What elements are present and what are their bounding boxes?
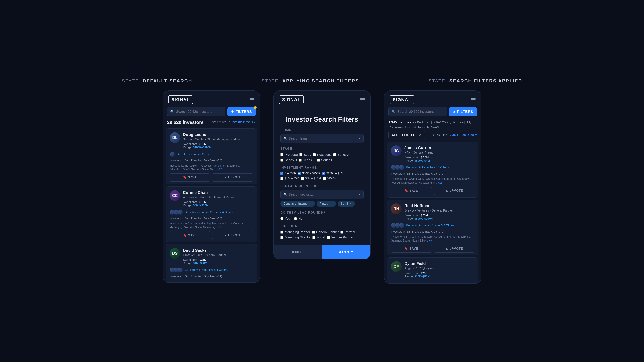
- apply-button[interactable]: APPLY: [322, 245, 370, 259]
- sector-tag-saas[interactable]: SaaS ✕: [338, 201, 355, 207]
- cancel-button[interactable]: CANCEL: [274, 245, 322, 259]
- filters-dot-1: [254, 106, 256, 109]
- position-managing-director[interactable]: Managing Director: [280, 236, 311, 239]
- screen-default-search: SIGNAL 🔍 ⚙ FILTERS 29,620 investors SORT…: [163, 90, 260, 283]
- stage-seriesc[interactable]: Series C: [298, 158, 315, 162]
- avatar-reid: RH: [391, 203, 402, 214]
- stage-seriesb[interactable]: Series B: [280, 158, 297, 162]
- save-button-reid[interactable]: 🔖 SAVE: [391, 245, 432, 253]
- sector-tag-consumer[interactable]: Consumer Internet ✕: [280, 201, 315, 207]
- stage-seriesd[interactable]: Series D: [317, 158, 334, 162]
- investor-card-3: DS David Sacks Craft Ventures · General …: [166, 244, 257, 283]
- avatar-doug: DL: [170, 132, 180, 143]
- screen-filters-applied: SIGNAL 🔍 ⚙ FILTERS 1,345 matches for 0–$…: [384, 90, 481, 284]
- intro-avatars-james: [391, 165, 404, 170]
- state-label-3: STATE: SEARCH FILTERS APPLIED: [428, 78, 522, 84]
- position-angel[interactable]: Angel: [312, 236, 325, 239]
- search-icon-1: 🔍: [170, 110, 174, 114]
- range-1m-5m[interactable]: $1M – $5M: [280, 177, 299, 180]
- remove-fintech-icon[interactable]: ✕: [331, 202, 333, 205]
- upvote-button-james[interactable]: ▲ UPVOTE: [434, 187, 474, 195]
- hamburger-menu-2[interactable]: [360, 98, 365, 101]
- investor-card-dylan: DF Dylan Field Angel · CEO @ Figma Sweet…: [387, 257, 478, 283]
- save-button-1[interactable]: 🔖 SAVE: [170, 173, 210, 182]
- save-button-2[interactable]: 🔖 SAVE: [170, 231, 210, 239]
- investment-range-options: 0 – $50K $50K – $250K $250K – $1M $1M – …: [280, 172, 364, 180]
- filter-icon-1: ⚙: [231, 110, 234, 114]
- position-checkboxes: Managing Partner General Partner Partner…: [280, 230, 364, 239]
- sectors-search-input[interactable]: [289, 193, 357, 196]
- hamburger-menu-1[interactable]: [250, 98, 254, 101]
- search-icon-firms: 🔍: [284, 137, 287, 140]
- search-input-wrap-3[interactable]: 🔍: [388, 107, 447, 116]
- search-input-wrap-1[interactable]: 🔍: [167, 107, 226, 116]
- intro-avatars-2: [170, 210, 183, 215]
- investors-count: 29,620 investors: [167, 120, 204, 125]
- stage-section-label: STAGE: [280, 147, 364, 150]
- leads-section-label: DO THEY LEAD ROUNDS?: [280, 211, 364, 214]
- position-venture-partner[interactable]: Venture Partner: [327, 236, 353, 239]
- range-0-50k[interactable]: 0 – $50K: [280, 172, 296, 175]
- stage-postseed[interactable]: Post-seed: [313, 153, 332, 157]
- sectors-section-label: SECTORS OF INTEREST: [280, 184, 364, 188]
- range-50k-250k[interactable]: $50K – $250K: [298, 172, 320, 175]
- save-button-james[interactable]: 🔖 SAVE: [391, 187, 432, 195]
- intro-avatars-3: [170, 267, 183, 273]
- stage-seriesa[interactable]: Series A: [333, 153, 350, 157]
- logo-1: SIGNAL: [168, 95, 193, 104]
- leads-yes[interactable]: Yes: [280, 217, 290, 220]
- upvote-button-reid[interactable]: ▲ UPVOTE: [434, 245, 474, 253]
- investor-card-reid: RH Reid Hoffman Greylock Ventures · Gene…: [387, 200, 478, 256]
- stage-seed[interactable]: Seed: [299, 153, 311, 157]
- clear-filters-button[interactable]: CLEAR FILTERS ✕: [388, 131, 425, 139]
- sort-by-1[interactable]: SORT BY: JUST FOR YOU ▾: [212, 120, 256, 124]
- position-section-label: POSITION: [280, 224, 364, 228]
- sector-tag-fintech[interactable]: Fintech ✕: [317, 201, 336, 207]
- filter-icon-3: ⚙: [452, 110, 455, 114]
- stage-checkboxes: Pre-seed Seed Post-seed Series A Series …: [280, 153, 364, 162]
- upvote-button-2[interactable]: ▲ UPVOTE: [212, 231, 253, 239]
- search-input-3[interactable]: [398, 110, 444, 114]
- leads-no[interactable]: No: [294, 217, 302, 220]
- range-15m-plus[interactable]: $15M+: [323, 177, 336, 180]
- remove-consumer-icon[interactable]: ✕: [310, 202, 312, 205]
- intro-avatars-1: [170, 151, 175, 157]
- avatar-connie: CC: [170, 190, 180, 201]
- leads-radio-group: Yes No: [280, 217, 364, 220]
- logo-3: SIGNAL: [390, 95, 414, 104]
- position-partner[interactable]: Partner: [340, 230, 355, 234]
- avatar-david: DS: [170, 248, 180, 259]
- range-5m-10m[interactable]: $5M – $10M: [301, 177, 321, 180]
- filter-modal-title: Investor Search Filters: [280, 116, 364, 123]
- active-sector-tags: Consumer Internet ✕ Fintech ✕ SaaS ✕: [280, 201, 364, 207]
- matches-description: 1,345 matches for 0–$50K, $50K–$250K, $2…: [384, 120, 481, 131]
- investor-card-2: CC Connie Chan Andreessen Horowitz · Gen…: [166, 186, 257, 242]
- investment-range-label: INVESTMENT RANGE: [280, 166, 364, 169]
- sectors-dropdown-arrow: ▾: [359, 193, 360, 196]
- search-icon-sectors: 🔍: [284, 193, 287, 196]
- filters-button-1[interactable]: ⚙ FILTERS: [228, 107, 256, 116]
- sort-by-3[interactable]: SORT BY: JUST FOR YOU ▾: [433, 133, 477, 137]
- range-250k-1m[interactable]: $250K – $1M: [322, 172, 343, 175]
- position-general-partner[interactable]: General Partner: [312, 230, 339, 234]
- sectors-search-wrap[interactable]: 🔍 ▾: [280, 190, 364, 199]
- avatar-dylan: DF: [391, 261, 402, 272]
- upvote-button-1[interactable]: ▲ UPVOTE: [212, 173, 253, 182]
- firms-search-wrap[interactable]: 🔍 ▾: [280, 134, 364, 143]
- search-input-1[interactable]: [176, 110, 222, 114]
- screen-filter-modal: SIGNAL Investor Search Filters FIRMS 🔍 ▾…: [273, 90, 371, 259]
- firms-search-input[interactable]: [289, 137, 357, 140]
- filter-footer: CANCEL APPLY: [274, 245, 370, 259]
- avatar-james: JC: [391, 145, 402, 156]
- logo-2: SIGNAL: [279, 95, 304, 104]
- filters-button-3[interactable]: ⚙ FILTERS: [449, 107, 477, 116]
- position-managing-partner[interactable]: Managing Partner: [280, 230, 310, 234]
- hamburger-menu-3[interactable]: [471, 98, 476, 101]
- state-label-2: STATE: APPLYING SEARCH FILTERS: [262, 78, 359, 84]
- remove-saas-icon[interactable]: ✕: [350, 202, 352, 205]
- stage-preseed[interactable]: Pre-seed: [280, 153, 298, 157]
- intro-avatars-reid: [391, 223, 404, 228]
- firms-section-label: FIRMS: [280, 128, 364, 132]
- state-label-1: STATE: DEFAULT SEARCH: [122, 78, 192, 84]
- search-icon-3: 🔍: [392, 110, 396, 114]
